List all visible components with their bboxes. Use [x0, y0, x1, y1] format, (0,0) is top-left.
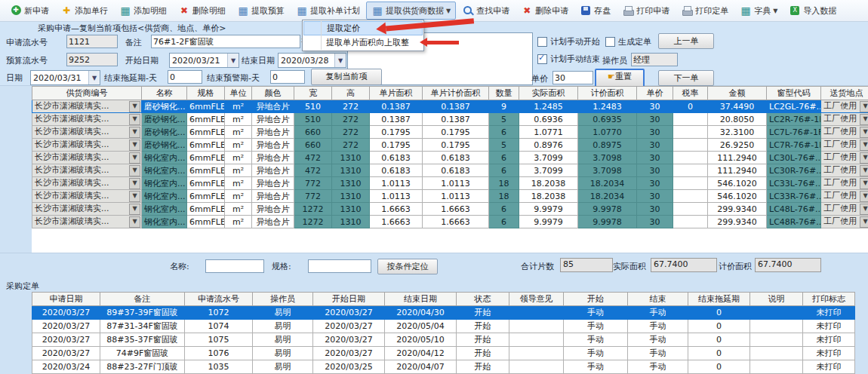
cell[interactable]: 6mmFLE... [187, 164, 225, 177]
chevron-down-icon[interactable]: ▼ [129, 152, 140, 164]
cell[interactable]: 6mmFLE... [187, 190, 225, 203]
cell[interactable]: 异地合片 [252, 216, 294, 228]
column-header[interactable]: 状态 [457, 293, 509, 306]
end-date-select[interactable]: 2020/03/28▼ [278, 53, 346, 68]
cell[interactable]: 0.1387 [370, 113, 423, 126]
table-row[interactable]: 2020/03/2788#35-37F窗固玻1075易明2020/03/2720… [32, 333, 855, 347]
new-request-button[interactable]: 新申请 [5, 2, 54, 20]
cell[interactable]: m² [225, 113, 252, 126]
column-header[interactable]: 供货商编号 [32, 87, 142, 100]
cell[interactable]: 钢化室内... [142, 190, 187, 203]
chevron-down-icon[interactable]: ▼ [860, 139, 868, 151]
cell[interactable] [673, 126, 708, 139]
chevron-down-icon[interactable]: ▼ [334, 54, 346, 67]
budget-no-field[interactable] [66, 53, 118, 66]
cell[interactable] [750, 306, 803, 320]
cell[interactable]: 0.6183 [423, 152, 489, 164]
cell[interactable]: 30 [637, 164, 673, 177]
cell[interactable]: 异地合片 [252, 126, 294, 139]
cell[interactable] [750, 360, 803, 374]
cell[interactable]: 手动 [628, 360, 688, 374]
column-header[interactable]: 名称 [142, 87, 187, 100]
cell[interactable]: 30 [637, 203, 673, 216]
column-header[interactable]: 说明 [750, 293, 803, 306]
cell[interactable]: 32.3100 [708, 126, 767, 139]
cell[interactable]: 1.6663 [423, 216, 489, 228]
chevron-down-icon[interactable]: ▼ [860, 178, 868, 189]
cell[interactable]: LC48R-76#... [767, 216, 821, 228]
cell[interactable]: 0.1387 [423, 100, 489, 113]
cell[interactable]: 299.9340 [708, 216, 767, 228]
cell[interactable]: 472 [294, 164, 332, 177]
cell[interactable]: m² [225, 100, 252, 113]
cell[interactable] [509, 333, 564, 347]
cell[interactable]: 9 [489, 100, 519, 113]
cell[interactable]: 1.0113 [370, 190, 423, 203]
cell[interactable]: 易明 [253, 306, 313, 320]
cell[interactable]: 6mmFLE... [187, 139, 225, 152]
cell[interactable]: 0.1795 [370, 126, 423, 139]
previous-order-button[interactable]: 上一单 [658, 33, 714, 49]
cell[interactable]: 1.0771 [519, 126, 578, 139]
cell[interactable]: m² [225, 203, 252, 216]
chevron-down-icon[interactable]: ▼ [227, 54, 239, 67]
cell[interactable]: 18 [489, 177, 519, 190]
cell[interactable]: 0.6935 [578, 113, 637, 126]
cell[interactable]: 0.6183 [370, 152, 423, 164]
cell[interactable]: 手动 [628, 333, 688, 347]
end-delay-field[interactable] [168, 70, 202, 84]
cell[interactable]: 手动 [564, 333, 628, 347]
table-row[interactable]: ▼长沙市潇湘玻璃实...钢化室内...6mmFLE...m²异地合片772131… [32, 177, 868, 190]
cell[interactable]: LC30L-76#... [767, 152, 821, 164]
cell[interactable]: ▼工厂使用 [821, 216, 868, 228]
chevron-down-icon[interactable]: ▼ [129, 178, 140, 189]
cell[interactable]: 1075 [185, 333, 253, 347]
cell[interactable]: ▼工厂使用 [821, 113, 868, 126]
cell[interactable]: 660 [294, 126, 332, 139]
column-header[interactable]: 数量 [489, 87, 519, 100]
cell[interactable]: 3.7099 [519, 152, 578, 164]
cell[interactable] [509, 306, 564, 320]
cell[interactable]: 手动 [628, 347, 688, 360]
column-header[interactable]: 窗型代码 [767, 87, 821, 100]
cell[interactable]: 6 [489, 126, 519, 139]
cell[interactable]: ▼工厂使用 [821, 126, 868, 139]
cell[interactable]: 1.0113 [370, 177, 423, 190]
column-header[interactable]: 领导意见 [509, 293, 564, 306]
cell[interactable]: 1072 [185, 306, 253, 320]
cell[interactable]: 660 [294, 139, 332, 152]
cell[interactable]: 18 [489, 190, 519, 203]
table-row[interactable]: ▼长沙市潇湘玻璃实...钢化室内...6mmFLE...m²异地合片472131… [32, 152, 868, 164]
cell[interactable] [673, 177, 708, 190]
cell[interactable]: ▼工厂使用 [821, 100, 868, 113]
column-header[interactable]: 金额 [708, 87, 767, 100]
cell[interactable]: 易明 [253, 360, 313, 374]
column-header[interactable]: 开始 [564, 293, 628, 306]
request-no-field[interactable] [66, 35, 118, 48]
chevron-down-icon[interactable]: ▼ [129, 191, 140, 202]
cell[interactable]: ▼工厂使用 [821, 139, 868, 152]
cell[interactable]: 开始 [457, 360, 509, 374]
cell[interactable]: 1074 [185, 320, 253, 333]
cell[interactable]: 未打印 [803, 360, 855, 374]
chevron-down-icon[interactable]: ▼ [446, 8, 451, 14]
print-order-button[interactable]: 打印定单 [676, 2, 734, 20]
cell[interactable]: ▼长沙市潇湘玻璃实... [32, 216, 142, 228]
cell[interactable]: 0.8976 [519, 139, 578, 152]
cell[interactable]: 5 [489, 113, 519, 126]
cell[interactable]: 开始 [457, 320, 509, 333]
cell[interactable]: 20.8050 [708, 113, 767, 126]
cell[interactable]: 472 [294, 152, 332, 164]
cell[interactable]: 546.1020 [708, 177, 767, 190]
column-header[interactable]: 宽 [294, 87, 332, 100]
cell[interactable]: 手动 [628, 320, 688, 333]
cell[interactable]: 未打印 [803, 320, 855, 333]
cell[interactable]: LC2R-76#-1F [767, 113, 821, 126]
cell[interactable]: 0 [688, 320, 750, 333]
cell[interactable]: 6 [489, 216, 519, 228]
cell[interactable]: m² [225, 126, 252, 139]
cell[interactable]: 0 [688, 306, 750, 320]
cell[interactable] [673, 113, 708, 126]
cell[interactable]: ▼长沙市潇湘玻璃实... [32, 113, 142, 126]
column-header[interactable]: 颜色 [252, 87, 294, 100]
